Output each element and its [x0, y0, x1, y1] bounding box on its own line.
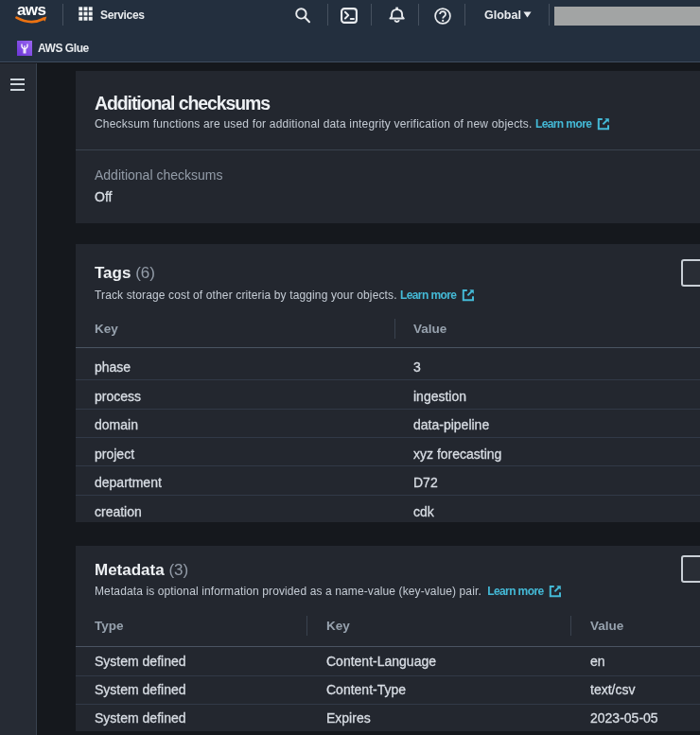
- svg-text:aws: aws: [17, 3, 45, 19]
